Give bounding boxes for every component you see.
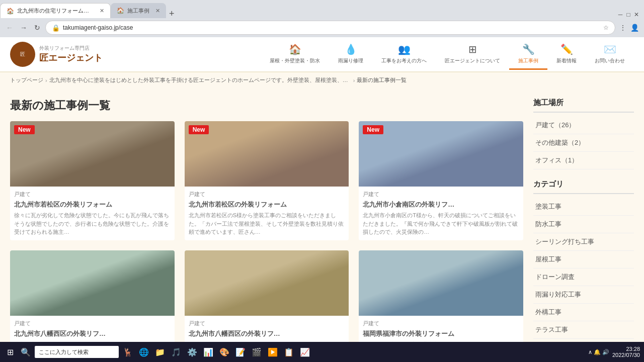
new-badge: New (189, 125, 209, 134)
taskbar-time-display: 23:28 (626, 346, 640, 352)
logo-icon: 匠 (10, 42, 35, 67)
sidebar-category-item[interactable]: シーリング打ち工事 (533, 233, 634, 251)
site-header: 匠 外装リフォーム専門店 匠エージェント 🏠 屋根・外壁塗装・防水 💧 雨漏り修… (0, 37, 644, 72)
taskbar-icon-10[interactable]: ▶️ (266, 345, 280, 359)
active-tab[interactable]: 🏠 北九州市の住宅リフォーム会社なら… ✕ (0, 3, 111, 18)
address-bar[interactable]: 🔒 takumiagent-gaiso.jp/case ☆ (45, 21, 615, 35)
sidebar-category-title: カテゴリ (533, 179, 634, 194)
taskbar: ⊞ 🔍 ここに入力して検索 🦌 🌐 📁 🎵 ⚙️ 📊 🎨 📝 🎬 ▶️ 📋 📈 … (0, 342, 644, 362)
breadcrumb-sep-1: › (45, 77, 47, 83)
tab2-close-btn[interactable]: ✕ (155, 8, 160, 14)
taskbar-icon-7[interactable]: 🎨 (217, 345, 231, 359)
case-card[interactable]: 戸建て 北九州市八幡西区の外装リフ… 北九州市八幡西区のユーザーS様からご… (10, 250, 175, 353)
sidebar-category-item[interactable]: 防水工事 (533, 216, 634, 233)
nav-news[interactable]: ✏️ 新着情報 (547, 39, 586, 70)
card-category: 戸建て (189, 191, 345, 198)
taskbar-icon-9[interactable]: 🎬 (250, 345, 264, 359)
sidebar-location-section: 施工場所 戸建て（26）その他建築（2）オフィス（1） (533, 98, 634, 169)
taskbar-icon-4[interactable]: 🎵 (169, 345, 183, 359)
card-title: 福岡県福津市の外装リフォーム (363, 329, 519, 338)
nav-roof[interactable]: 🏠 屋根・外壁塗装・防水 (261, 39, 329, 70)
sidebar-category-item[interactable]: 雨漏り対応工事 (533, 286, 634, 304)
card-title: 北九州市若松区の外装リフォーム (14, 200, 171, 209)
bookmark-icon[interactable]: ☆ (603, 24, 609, 31)
card-title: 北九州市八幡西区の外装リフ… (189, 329, 345, 338)
logo-emblem: 匠 (20, 51, 25, 58)
minimize-btn[interactable]: ─ (617, 11, 624, 18)
card-title: 北九州市小倉南区の外装リフ… (363, 200, 519, 209)
sidebar-location-item[interactable]: 戸建て（26） (533, 117, 634, 134)
browser-chrome: 🏠 北九州市の住宅リフォーム会社なら… ✕ 🏠 施工事例 ✕ + ─ □ ✕ ←… (0, 0, 644, 37)
nav-contact[interactable]: ✉️ お問い合わせ (586, 39, 634, 70)
sidebar-category-item[interactable]: テラス工事 (533, 321, 634, 339)
inactive-tab[interactable]: 🏠 施工事例 ✕ (111, 3, 166, 18)
profile-btn[interactable]: 👤 (629, 23, 640, 33)
nav-consult[interactable]: 👥 工事をお考えの方へ (372, 39, 436, 70)
taskbar-date-display: 2022/07/30 (612, 352, 640, 358)
sidebar-category-item[interactable]: 塗装工事 (533, 198, 634, 216)
tab-title: 北九州市の住宅リフォーム会社なら… (17, 7, 94, 15)
case-card[interactable]: New 戸建て 北九州市若松区の外装リフォーム 徐々に瓦が劣化して危険な状態でし… (10, 121, 175, 240)
breadcrumb-sep-2: › (353, 77, 355, 83)
sidebar-category-item[interactable]: ドローン調査 (533, 268, 634, 286)
card-image: New (185, 121, 349, 187)
card-image (10, 250, 175, 316)
sidebar-category-item[interactable]: 屋根工事 (533, 251, 634, 268)
sidebar: 施工場所 戸建て（26）その他建築（2）オフィス（1） カテゴリ 塗装工事防水工… (533, 98, 634, 362)
extensions-btn[interactable]: ⋮ (618, 23, 627, 33)
taskbar-icon-2[interactable]: 🌐 (137, 345, 151, 359)
case-card[interactable]: 戸建て 北九州市八幡西区の外装リフ… 弊社にて塗装工事中のご近所様へ一条工… (185, 250, 349, 353)
new-badge: New (14, 125, 35, 134)
news-icon: ✏️ (560, 43, 573, 55)
taskbar-icon-11[interactable]: 📋 (282, 345, 296, 359)
sidebar-location-item[interactable]: その他建築（2） (533, 134, 634, 152)
case-card[interactable]: New 戸建て 北九州市小倉南区の外装リフ… 北九州市小倉南区のT様から、軒天の… (359, 121, 523, 240)
breadcrumb-home[interactable]: トップページ (10, 76, 43, 84)
card-desc: 徐々に瓦が劣化して危険な状態でした。今にも瓦が飛んで落ちそうな状態でしたので、歩… (14, 211, 171, 236)
card-desc: 北九州市若松区のS様から塗装工事のご相談をいただきました。「カバー工法で屋根塗装… (189, 211, 345, 236)
cases-icon: 🔧 (522, 43, 535, 55)
add-tab-btn[interactable]: + (169, 9, 175, 18)
taskbar-icon-3[interactable]: 📁 (153, 345, 167, 359)
tab-close-btn[interactable]: ✕ (100, 8, 104, 14)
nav-cases[interactable]: 🔧 施工事例 (509, 39, 547, 70)
card-title: 北九州市八幡西区の外装リフ… (14, 329, 171, 338)
reload-btn[interactable]: ↻ (32, 23, 42, 33)
sidebar-location-title: 施工場所 (533, 98, 634, 113)
sidebar-location-item[interactable]: オフィス（1） (533, 152, 634, 169)
new-badge: New (363, 125, 383, 134)
case-card[interactable]: 戸建て 福岡県福津市の外装リフォーム 福岡県福津市のS様宅で通常点検を行い (359, 250, 523, 353)
taskbar-search-text: ここに入力して検索 (39, 348, 89, 356)
taskbar-icon-8[interactable]: 📝 (233, 345, 248, 359)
about-icon: ⊞ (468, 43, 477, 55)
search-taskbar-icon[interactable]: 🔍 (19, 345, 33, 359)
consult-icon: 👥 (398, 43, 411, 55)
nav-water[interactable]: 💧 雨漏り修理 (329, 39, 372, 70)
window-controls: ─ □ ✕ (617, 11, 644, 18)
sidebar-category-item[interactable]: 外構工事 (533, 304, 634, 321)
taskbar-icon-5[interactable]: ⚙️ (185, 345, 199, 359)
back-btn[interactable]: ← (4, 23, 15, 33)
logo[interactable]: 匠 外装リフォーム専門店 匠エージェント (10, 42, 103, 67)
case-grid: New 戸建て 北九州市若松区の外装リフォーム 徐々に瓦が劣化して危険な状態でし… (10, 121, 523, 352)
address-bar-row: ← → ↻ 🔒 takumiagent-gaiso.jp/case ☆ ⋮ 👤 (0, 18, 644, 37)
taskbar-icon-12[interactable]: 📈 (298, 345, 312, 359)
taskbar-search-bar[interactable]: ここに入力して検索 (35, 346, 119, 358)
card-image (359, 250, 523, 316)
taskbar-icon-1[interactable]: 🦌 (121, 345, 135, 359)
taskbar-icon-6[interactable]: 📊 (201, 345, 215, 359)
tab-bar: 🏠 北九州市の住宅リフォーム会社なら… ✕ 🏠 施工事例 ✕ + ─ □ ✕ (0, 0, 644, 18)
taskbar-clock: 23:28 2022/07/30 (612, 346, 640, 358)
forward-btn[interactable]: → (18, 23, 29, 33)
logo-sub: 外装リフォーム専門店 (39, 45, 103, 52)
start-button[interactable]: ⊞ (4, 346, 17, 358)
close-btn[interactable]: ✕ (633, 11, 640, 18)
content-area: 最新の施工事例一覧 New 戸建て 北九州市若松区の外装リフォーム 徐々に瓦が劣… (10, 98, 523, 362)
nav-about[interactable]: ⊞ 匠エージェントについて (436, 39, 509, 70)
water-icon: 💧 (345, 43, 357, 55)
main-container: 最新の施工事例一覧 New 戸建て 北九州市若松区の外装リフォーム 徐々に瓦が劣… (0, 88, 644, 362)
maximize-btn[interactable]: □ (625, 11, 632, 18)
case-card[interactable]: New 戸建て 北九州市若松区の外装リフォーム 北九州市若松区のS様から塗装工事… (185, 121, 349, 240)
sidebar-category-section: カテゴリ 塗装工事防水工事シーリング打ち工事屋根工事ドローン調査雨漏り対応工事外… (533, 179, 634, 362)
taskbar-sys-icons: ∧ 🔔 🔊 (588, 349, 609, 355)
